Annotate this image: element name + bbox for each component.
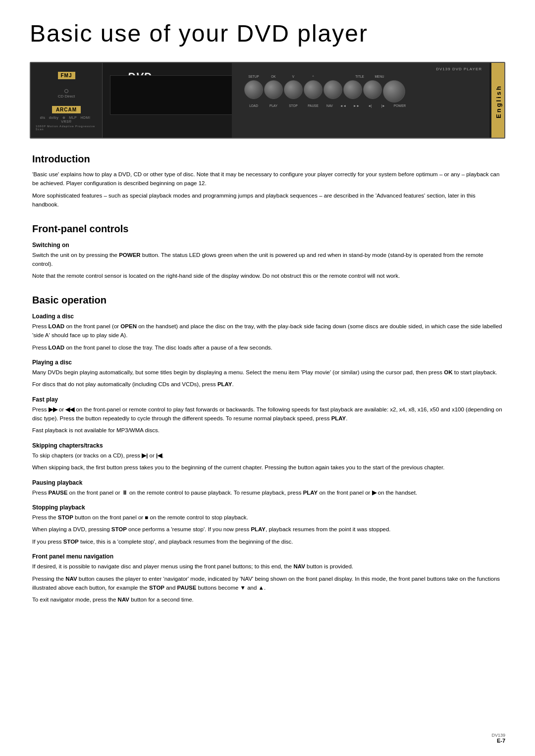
loading-disc-text2: Press LOAD on the front panel to close t…	[32, 343, 503, 352]
front-panel-menu-text3: To exit navigator mode, press the NAV bu…	[32, 595, 503, 604]
playing-disc-section: Playing a disc Many DVDs begin playing a…	[32, 359, 503, 389]
stopping-text2: When playing a DVD, pressing STOP once p…	[32, 525, 503, 534]
btn-label-skipb: ◄|	[364, 104, 376, 107]
fast-play-subheading: Fast play	[32, 396, 503, 403]
pausing-text1: Press PAUSE on the front panel or ⏸ on t…	[32, 488, 503, 497]
skipping-text1: To skip chapters (or tracks on a CD), pr…	[32, 451, 503, 460]
btn-label-empty2	[337, 75, 349, 78]
btn-label-pause: PAUSE	[304, 104, 322, 107]
btn-label-v: V	[284, 75, 303, 78]
stopping-section: Stopping playback Press the STOP button …	[32, 504, 503, 546]
stopping-text3: If you press STOP twice, this is a 'comp…	[32, 537, 503, 546]
fast-play-section: Fast play Press ▶▶ or ◀◀ on the front-pa…	[32, 396, 503, 435]
introduction-para2: More sophisticated features – such as sp…	[32, 191, 503, 209]
front-panel-menu-text2: Pressing the NAV button causes the playe…	[32, 574, 503, 593]
cd-direct-label: CD Direct	[58, 89, 75, 99]
fmj-badge: FMJ	[58, 72, 75, 79]
btn-left[interactable]	[323, 80, 342, 99]
switching-on-subheading: Switching on	[32, 242, 503, 249]
front-panel-heading: Front-panel controls	[32, 223, 503, 235]
side-tab: English	[491, 63, 505, 139]
side-tab-text: English	[495, 85, 502, 118]
pausing-section: Pausing playback Press PAUSE on the fron…	[32, 479, 503, 497]
front-panel-menu-section: Front panel menu navigation If desired, …	[32, 553, 503, 605]
btn-label-ff: ►►	[350, 104, 363, 107]
arcam-badge: ARCAM	[52, 106, 81, 113]
fast-play-text2: Fast playback is not available for MP3/W…	[32, 426, 503, 435]
player-left-panel: FMJ CD Direct ARCAM dts dolby ⊕ MLP HDMI…	[31, 63, 103, 138]
btn-power[interactable]	[383, 80, 405, 102]
stopping-subheading: Stopping playback	[32, 504, 503, 511]
skipping-section: Skipping chapters/tracks To skip chapter…	[32, 442, 503, 472]
playing-disc-subheading: Playing a disc	[32, 359, 503, 366]
skipping-subheading: Skipping chapters/tracks	[32, 442, 503, 449]
btn-ok[interactable]	[264, 80, 283, 99]
btn-label-menu: MENU	[370, 75, 389, 78]
btn-label-skipf: |►	[377, 104, 389, 107]
playing-disc-text2: For discs that do not play automatically…	[32, 380, 503, 389]
scan-text: 1080P Motion Adaptive Progressive Scan	[36, 125, 97, 131]
front-panel-menu-text1: If desired, it is possible to navigate d…	[32, 562, 503, 571]
loading-disc-section: Loading a disc Press LOAD on the front p…	[32, 313, 503, 352]
btn-label-title: TITLE	[350, 75, 369, 78]
player-model: DV139 DVD PLAYER	[239, 67, 482, 71]
skipping-text2: When skipping back, the first button pre…	[32, 463, 503, 472]
page-title: Basic use of your DVD player	[30, 20, 505, 47]
player-controls: DV139 DVD PLAYER SETUP OK V ^ TITLE MENU…	[232, 63, 489, 138]
btn-label-up: ^	[304, 75, 322, 78]
content-area: Introduction 'Basic use' explains how to…	[30, 153, 505, 605]
btn-label-nav: NAV	[323, 104, 336, 107]
btn-v[interactable]	[284, 80, 303, 99]
loading-disc-subheading: Loading a disc	[32, 313, 503, 320]
introduction-para1: 'Basic use' explains how to play a DVD, …	[32, 170, 503, 188]
btn-label-rew: ◄◄	[337, 104, 349, 107]
introduction-heading: Introduction	[32, 153, 503, 165]
footer: DV139 E-7	[491, 733, 505, 744]
front-panel-menu-subheading: Front panel menu navigation	[32, 553, 503, 560]
logos-row: dts dolby ⊕ MLP HDMI VRS®	[36, 116, 97, 123]
btn-label-power: POWER	[390, 104, 409, 107]
dvd-player-image: FMJ CD Direct ARCAM dts dolby ⊕ MLP HDMI…	[30, 62, 505, 139]
stopping-text1: Press the STOP button on the front panel…	[32, 513, 503, 522]
fast-play-text1: Press ▶▶ or ◀◀ on the front-panel or rem…	[32, 405, 503, 423]
switching-on-text2: Note that the remote control sensor is l…	[32, 271, 503, 280]
pausing-subheading: Pausing playback	[32, 479, 503, 486]
btn-label-ok: OK	[264, 75, 283, 78]
basic-operation-heading: Basic operation	[32, 295, 503, 306]
playing-disc-text1: Many DVDs begin playing automatically, b…	[32, 368, 503, 377]
btn-label-empty1	[323, 75, 336, 78]
switching-on-section: Switching on Switch the unit on by press…	[32, 242, 503, 281]
btn-label-play: PLAY	[264, 104, 283, 107]
loading-disc-text1: Press LOAD on the front panel (or OPEN o…	[32, 322, 503, 340]
btn-title[interactable]	[363, 80, 382, 99]
btn-up[interactable]	[304, 80, 322, 99]
btn-label-stop: STOP	[284, 104, 303, 107]
btn-label-load: LOAD	[244, 104, 263, 107]
btn-label-setup: SETUP	[244, 75, 263, 78]
btn-right[interactable]	[343, 80, 362, 99]
footer-page: E-7	[491, 738, 505, 744]
footer-model: DV139	[491, 733, 505, 738]
btn-setup[interactable]	[244, 80, 263, 99]
switching-on-text1: Switch the unit on by pressing the POWER…	[32, 251, 503, 269]
